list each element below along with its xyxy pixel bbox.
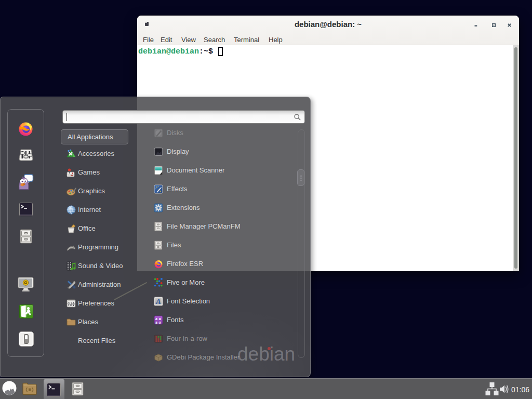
svg-text:a: a — [155, 320, 157, 325]
svg-text:A: A — [155, 298, 161, 305]
svg-text:a: a — [159, 320, 161, 325]
